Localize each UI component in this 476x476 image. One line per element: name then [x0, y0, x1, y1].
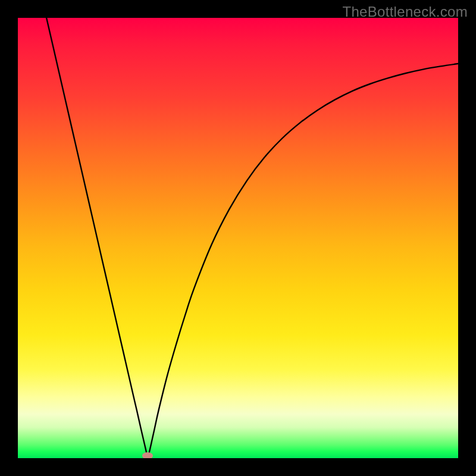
plot-area	[18, 18, 458, 458]
curve-svg	[18, 18, 458, 458]
bottleneck-minimum-marker	[142, 452, 153, 458]
watermark-text: TheBottleneck.com	[342, 4, 468, 20]
bottleneck-curve	[46, 18, 458, 457]
chart-frame: TheBottleneck.com	[0, 0, 476, 476]
